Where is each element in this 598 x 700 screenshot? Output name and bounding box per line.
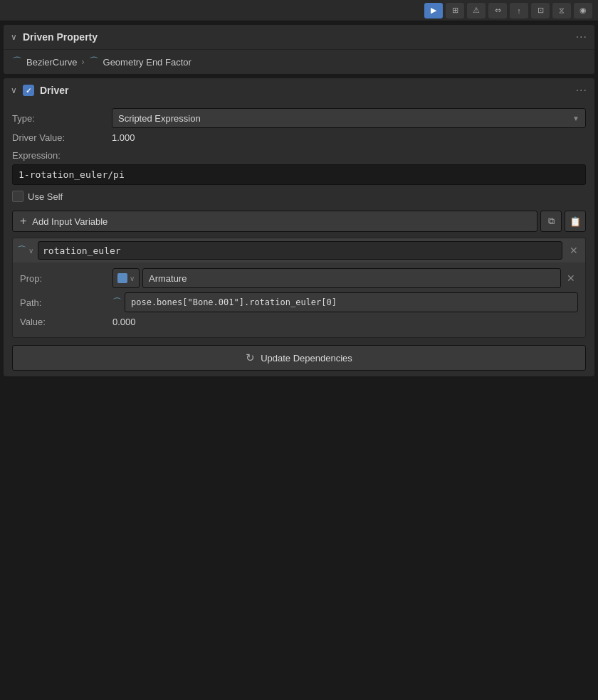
prop-label: Prop: — [20, 273, 112, 284]
path-row: Path: ⌒ — [20, 292, 578, 312]
prop-square-icon — [117, 273, 127, 283]
paste-icon: 📋 — [570, 216, 581, 227]
var-type-icon: ⌒ — [17, 244, 26, 257]
use-self-row: Use Self — [12, 191, 586, 202]
topbar-icon-3[interactable]: ⚠ — [467, 3, 486, 18]
variable-value: 0.000 — [112, 317, 136, 327]
prop-type-button[interactable]: ∨ — [112, 268, 140, 288]
breadcrumb-object[interactable]: BezierCurve — [26, 57, 78, 68]
type-label: Type: — [12, 113, 112, 124]
driver-collapse[interactable]: ∨ — [11, 85, 17, 95]
update-dependencies-button[interactable]: ↻ Update Dependencies — [12, 345, 586, 371]
driver-content: Type: Scripted Expression ▼ Driver Value… — [4, 102, 594, 376]
use-self-checkbox[interactable] — [12, 191, 23, 202]
breadcrumb-property[interactable]: Geometry End Factor — [103, 57, 192, 68]
path-input-row: ⌒ — [112, 292, 578, 312]
driven-property-collapse[interactable]: ∨ — [11, 32, 17, 42]
driver-panel: ∨ Driver ··· Type: Scripted Expression ▼… — [3, 78, 595, 377]
path-curve-icon: ⌒ — [112, 296, 122, 309]
variable-fields: Prop: ∨ Armature ✕ Path: — [13, 262, 585, 337]
expression-label: Expression: — [12, 150, 586, 161]
prop-close-button[interactable]: ✕ — [564, 271, 578, 285]
topbar-icon-8[interactable]: ◉ — [574, 3, 592, 18]
use-self-label: Use Self — [28, 191, 63, 202]
driven-property-panel: ∨ Driven Property ··· ⌒ BezierCurve › ⌒ … — [3, 24, 595, 75]
add-variable-label: Add Input Variable — [32, 216, 107, 227]
driver-value: 1.000 — [112, 132, 135, 143]
var-type-dropdown[interactable]: ⌒ ∨ — [17, 244, 33, 257]
variable-name-input[interactable] — [38, 241, 562, 260]
add-variable-row: + Add Input Variable ⧉ 📋 — [12, 211, 586, 232]
breadcrumb-row: ⌒ BezierCurve › ⌒ Geometry End Factor — [4, 50, 594, 74]
value-label: Value: — [20, 317, 112, 327]
var-type-arrow: ∨ — [28, 247, 33, 255]
driver-title: Driver — [40, 85, 570, 96]
plus-icon: + — [20, 215, 26, 228]
prop-selector: ∨ Armature ✕ — [112, 268, 578, 288]
prop-value-display[interactable]: Armature — [142, 268, 561, 288]
topbar-icon-7[interactable]: ⧖ — [552, 3, 571, 18]
type-dropdown[interactable]: Scripted Expression ▼ — [112, 108, 586, 128]
prop-value-text: Armature — [149, 273, 187, 284]
value-row: Value: 0.000 — [20, 317, 578, 327]
path-label: Path: — [20, 297, 112, 308]
copy-variables-button[interactable]: ⧉ — [540, 211, 562, 232]
expression-input[interactable] — [12, 164, 586, 185]
topbar-icon-2[interactable]: ⊞ — [446, 3, 464, 18]
driven-property-header: ∨ Driven Property ··· — [4, 25, 594, 50]
driver-menu[interactable]: ··· — [576, 84, 587, 97]
refresh-icon: ↻ — [246, 351, 255, 364]
prop-row: Prop: ∨ Armature ✕ — [20, 268, 578, 288]
type-value: Scripted Expression — [118, 113, 201, 124]
variable-close-button[interactable]: ✕ — [567, 245, 581, 256]
topbar-icon-5[interactable]: ↑ — [510, 3, 528, 18]
copy-icon: ⧉ — [548, 216, 555, 227]
paste-variables-button[interactable]: 📋 — [565, 211, 586, 232]
topbar-icon-4[interactable]: ⇔ — [488, 3, 507, 18]
variable-header: ⌒ ∨ ✕ — [13, 238, 585, 262]
prop-type-arrow: ∨ — [130, 275, 135, 282]
topbar-icon-6[interactable]: ⊡ — [531, 3, 550, 18]
add-variable-button[interactable]: + Add Input Variable — [12, 211, 537, 232]
top-bar: ▶ ⊞ ⚠ ⇔ ↑ ⊡ ⧖ ◉ — [0, 0, 598, 21]
update-deps-label: Update Dependencies — [261, 353, 352, 364]
type-dropdown-arrow: ▼ — [572, 115, 579, 122]
path-input[interactable] — [125, 292, 578, 312]
driven-property-menu[interactable]: ··· — [576, 31, 587, 43]
breadcrumb-prop-icon: ⌒ — [89, 55, 99, 68]
bezier-curve-icon: ⌒ — [12, 55, 22, 68]
type-row: Type: Scripted Expression ▼ — [12, 108, 586, 128]
driven-property-title: Driven Property — [23, 31, 570, 43]
topbar-icon-1[interactable]: ▶ — [424, 3, 443, 18]
breadcrumb-arrow: › — [82, 57, 85, 67]
variable-block: ⌒ ∨ ✕ Prop: ∨ Armature — [12, 238, 586, 338]
driver-value-label: Driver Value: — [12, 132, 112, 143]
driver-header: ∨ Driver ··· — [4, 78, 594, 102]
driver-value-row: Driver Value: 1.000 — [12, 132, 586, 143]
driver-enabled-checkbox[interactable] — [23, 85, 34, 96]
